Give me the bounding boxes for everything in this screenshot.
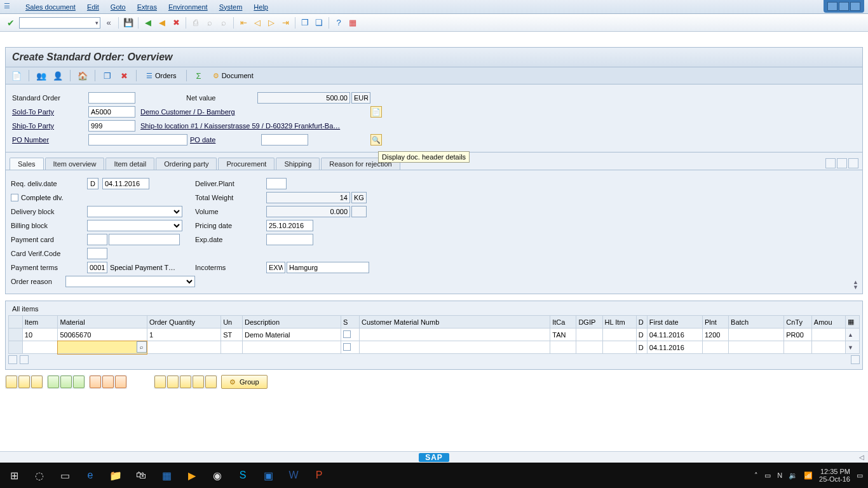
home-icon[interactable]: 🏠: [77, 70, 88, 81]
shortcut-icon[interactable]: ❏: [313, 17, 325, 29]
sort-icon[interactable]: [167, 376, 179, 388]
volume-icon[interactable]: 🔉: [789, 471, 797, 480]
grid-hscroll-right[interactable]: [20, 355, 29, 364]
menu-extras[interactable]: Extras: [137, 3, 157, 11]
first-page-icon[interactable]: ⇤: [238, 17, 249, 29]
print-icon[interactable]: ⎙: [190, 17, 201, 29]
payment-card-input[interactable]: [109, 234, 180, 245]
select-all-icon[interactable]: [6, 376, 17, 388]
back-button[interactable]: «: [103, 17, 114, 29]
search-icon[interactable]: ◌: [31, 466, 48, 484]
delivery-block-select[interactable]: [87, 206, 182, 217]
reject-icon[interactable]: ✖: [118, 70, 130, 81]
sum-icon[interactable]: Σ: [193, 70, 205, 81]
app-icon[interactable]: ▶: [183, 466, 201, 484]
orders-button[interactable]: ☰Orders: [143, 71, 180, 81]
minimize-button[interactable]: [827, 2, 837, 11]
grid-scroll-up[interactable]: ▲: [846, 329, 860, 341]
po-date-input[interactable]: [261, 134, 308, 146]
document-icon[interactable]: 📄: [370, 106, 382, 118]
menu-sales-document[interactable]: Sales document: [25, 3, 76, 11]
find-next-icon[interactable]: ⌕: [218, 17, 229, 29]
document-button[interactable]: ⚙Document: [210, 71, 257, 81]
menu-edit[interactable]: Edit: [87, 3, 99, 11]
exp-date-input[interactable]: [266, 234, 313, 245]
sold-to-label[interactable]: Sold-To Party: [12, 108, 88, 116]
po-number-input[interactable]: [88, 134, 187, 146]
tab-procurement[interactable]: Procurement: [218, 158, 275, 170]
help-icon[interactable]: ?: [333, 17, 344, 29]
app2-icon[interactable]: ▣: [259, 466, 277, 484]
menu-system[interactable]: System: [219, 3, 243, 11]
status-expand-icon[interactable]: ◁: [859, 454, 864, 461]
standard-order-input[interactable]: [88, 92, 135, 104]
tab-ordering-party[interactable]: Ordering party: [156, 158, 217, 170]
explorer-icon[interactable]: 📁: [107, 466, 125, 484]
enter-button[interactable]: ✔: [5, 17, 17, 29]
edge-icon[interactable]: e: [81, 466, 99, 484]
filter-icon[interactable]: [154, 376, 166, 388]
sold-to-input[interactable]: [88, 106, 135, 118]
sap-logon-icon[interactable]: ▦: [158, 466, 175, 484]
tab-item-overview[interactable]: Item overview: [45, 158, 105, 170]
grid-scroll-down[interactable]: ▼: [846, 341, 860, 354]
copy-row-icon[interactable]: [73, 376, 85, 388]
material-input-active[interactable]: ⌕: [58, 341, 147, 354]
cancel-icon[interactable]: ✖: [170, 17, 182, 29]
menu-goto[interactable]: Goto: [111, 3, 126, 11]
start-icon[interactable]: ⊞: [5, 466, 23, 484]
deliver-plant-input[interactable]: [266, 178, 287, 189]
panel-scroll-down[interactable]: ▼: [853, 285, 858, 290]
subtotal-icon[interactable]: [193, 376, 204, 388]
display-header-icon[interactable]: 📄: [11, 70, 22, 81]
notifications-icon[interactable]: ▭: [857, 471, 863, 480]
card-verif-input[interactable]: [87, 248, 107, 259]
tab-sales[interactable]: Sales: [10, 158, 44, 170]
billing-block-select[interactable]: [87, 220, 182, 231]
po-date-label[interactable]: PO date: [190, 136, 261, 144]
header-details-button[interactable]: 🔍: [370, 134, 382, 146]
payment-card-type-input[interactable]: [87, 234, 107, 245]
req-deliv-date-input[interactable]: [102, 178, 149, 189]
close-button[interactable]: [850, 2, 860, 11]
ship-to-description[interactable]: Ship-to location #1 / Kaisserstrasse 59 …: [140, 122, 340, 130]
delete-row-icon[interactable]: [60, 376, 72, 388]
menu-environment[interactable]: Environment: [168, 3, 208, 11]
tab-shipping[interactable]: Shipping: [276, 158, 320, 170]
sum-icon2[interactable]: [180, 376, 191, 388]
person-icon[interactable]: 👤: [52, 70, 64, 81]
complete-dlv-checkbox[interactable]: [11, 194, 18, 201]
layout-icon[interactable]: ▦: [347, 17, 358, 29]
incoterms-code-input[interactable]: [266, 262, 285, 273]
deselect-all-icon[interactable]: [18, 376, 30, 388]
ship-to-label[interactable]: Ship-To Party: [12, 122, 88, 130]
s-checkbox[interactable]: [343, 330, 351, 338]
atp-icon[interactable]: [115, 376, 126, 388]
onenote-tray-icon[interactable]: N: [777, 471, 782, 479]
detail-icon[interactable]: [31, 376, 43, 388]
menu-help[interactable]: Help: [254, 3, 268, 11]
table-row[interactable]: 10 50065670 1 ST Demo Material TAN D 04.…: [9, 329, 860, 341]
save-button[interactable]: 💾: [123, 17, 134, 29]
layout2-icon[interactable]: [205, 376, 217, 388]
powerpoint-icon[interactable]: P: [310, 466, 328, 484]
table-row[interactable]: ⌕ D 04.11.2016 ▼: [9, 341, 860, 354]
new-session-icon[interactable]: ❐: [299, 17, 311, 29]
payment-terms-code[interactable]: [87, 262, 107, 273]
chrome-icon[interactable]: ◉: [208, 466, 226, 484]
prev-page-icon[interactable]: ◁: [252, 17, 263, 29]
copy-icon[interactable]: ❐: [102, 70, 113, 81]
req-deliv-date-type[interactable]: [87, 178, 98, 189]
incoterms-text-input[interactable]: [287, 262, 369, 273]
config-icon[interactable]: [102, 376, 114, 388]
store-icon[interactable]: 🛍: [132, 466, 150, 484]
sold-to-description[interactable]: Demo Customer / D- Bamberg: [140, 108, 235, 116]
s-checkbox[interactable]: [343, 343, 351, 351]
clock[interactable]: 12:35 PM 25-Oct-16: [819, 468, 850, 483]
tab-scroll-left[interactable]: [825, 158, 836, 168]
taskview-icon[interactable]: ▭: [56, 466, 74, 484]
maximize-button[interactable]: [839, 2, 849, 11]
find-icon[interactable]: ⌕: [204, 17, 215, 29]
wifi-icon[interactable]: 📶: [804, 471, 813, 480]
ship-to-input[interactable]: [88, 120, 135, 132]
